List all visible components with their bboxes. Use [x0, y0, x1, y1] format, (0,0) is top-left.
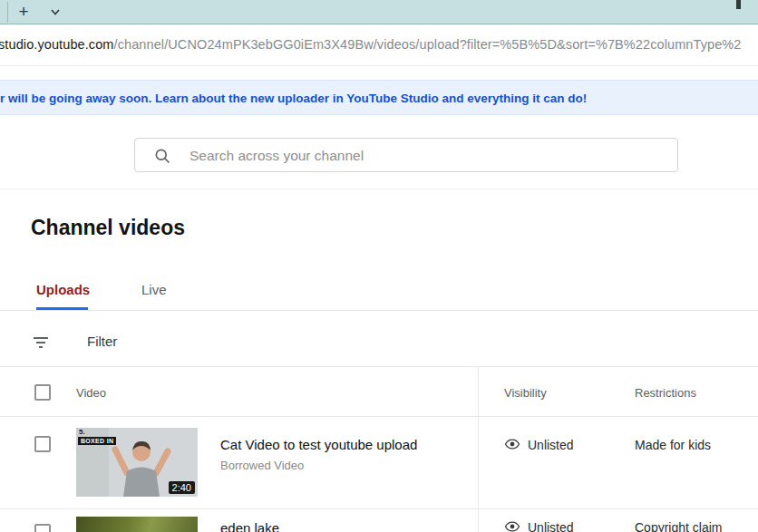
column-header-restrictions: Restrictions	[635, 386, 696, 400]
tab-edge-divider	[7, 2, 8, 23]
channel-search-box[interactable]	[134, 138, 678, 172]
video-thumbnail[interactable]	[76, 517, 198, 532]
new-tab-button[interactable]: +	[13, 1, 34, 23]
video-subtitle: Borrowed Video	[220, 459, 304, 472]
select-all-checkbox[interactable]	[34, 384, 51, 401]
thumbnail-corner-text: 5.	[79, 428, 85, 436]
column-header-video: Video	[76, 386, 106, 400]
visibility-eye-icon	[504, 518, 520, 532]
uploader-notice-banner: r will be going away soon. Learn about t…	[0, 80, 758, 115]
tab-live[interactable]: Live	[141, 282, 167, 297]
youtube-studio-window: + studio.youtube.com/channel/UCNO24mPK3e…	[0, 0, 758, 532]
column-separator	[478, 366, 479, 532]
tab-list-chevron-button[interactable]	[45, 3, 65, 23]
search-section-divider	[0, 189, 758, 189]
filter-divider	[0, 366, 758, 367]
restrictions-value: Made for kids	[635, 438, 711, 452]
window-corner-mark	[736, 0, 741, 9]
page-url: studio.youtube.com/channel/UCNO24mPK3ebG…	[0, 37, 742, 52]
tab-uploads[interactable]: Uploads	[36, 282, 90, 297]
column-header-visibility: Visibility	[504, 386, 547, 400]
chevron-down-icon	[49, 7, 62, 21]
search-icon	[153, 147, 171, 169]
search-input[interactable]	[188, 140, 663, 172]
url-domain: studio.youtube.com	[0, 37, 114, 52]
filter-list-icon	[33, 336, 49, 353]
tabs-divider	[0, 310, 758, 311]
uploader-notice-link[interactable]: r will be going away soon. Learn about t…	[0, 91, 587, 104]
header-divider	[0, 416, 758, 417]
row-checkbox[interactable]	[34, 436, 51, 452]
page-title: Channel videos	[31, 216, 185, 240]
filter-button[interactable]: Filter	[0, 313, 758, 366]
duration-badge: 2:40	[169, 481, 195, 494]
visibility-value: Unlisted	[528, 438, 574, 452]
video-thumbnail[interactable]: 5. BOXED IN 2:40	[76, 428, 198, 497]
browser-url-bar[interactable]: studio.youtube.com/channel/UCNO24mPK3ebG…	[0, 25, 758, 66]
visibility-eye-icon	[504, 436, 520, 456]
restrictions-value: Copyright claim	[635, 520, 722, 532]
video-title[interactable]: eden lake	[220, 520, 279, 532]
visibility-value: Unlisted	[528, 520, 574, 532]
filter-label: Filter	[87, 334, 117, 349]
url-path: /channel/UCNO24mPK3ebGG0iEm3X49Bw/videos…	[114, 37, 742, 52]
thumbnail-title-badge: BOXED IN	[78, 437, 116, 445]
video-title[interactable]: Cat Video to test youtube upload	[220, 437, 417, 452]
row-checkbox[interactable]	[34, 524, 51, 532]
browser-tab-strip: +	[0, 0, 758, 24]
row-divider	[0, 508, 758, 509]
